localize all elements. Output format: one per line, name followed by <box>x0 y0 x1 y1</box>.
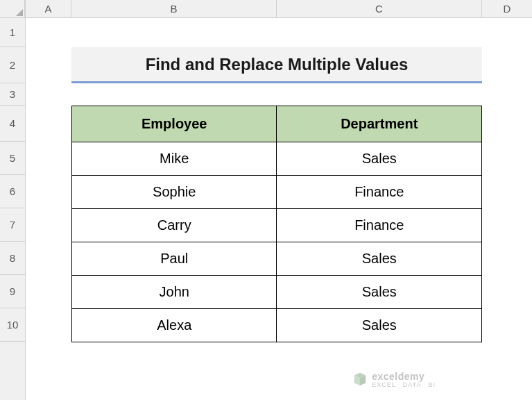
watermark-text: exceldemy EXCEL · DATA · BI <box>372 372 436 389</box>
cell-employee[interactable]: Paul <box>72 242 277 276</box>
column-headers: A B C D <box>26 0 532 18</box>
col-header-D[interactable]: D <box>482 0 532 17</box>
col-header-A[interactable]: A <box>26 0 71 17</box>
row-header-4[interactable]: 4 <box>0 106 25 142</box>
row-header-5[interactable]: 5 <box>0 142 25 175</box>
cell-department[interactable]: Sales <box>277 142 482 176</box>
cell-department[interactable]: Sales <box>277 276 482 309</box>
select-all-corner[interactable] <box>0 0 25 18</box>
table-row: Sophie Finance <box>72 176 482 209</box>
cell-employee[interactable]: Mike <box>72 142 277 176</box>
cell-employee[interactable]: Carry <box>72 209 277 242</box>
sheet-title[interactable]: Find and Replace Multiple Values <box>71 47 482 83</box>
row-header-2[interactable]: 2 <box>0 47 25 83</box>
watermark-sub: EXCEL · DATA · BI <box>372 382 436 389</box>
table-row: Mike Sales <box>72 142 482 176</box>
cell-employee[interactable]: John <box>72 276 277 309</box>
cell-employee[interactable]: Sophie <box>72 176 277 209</box>
grid-area[interactable]: Find and Replace Multiple Values Employe… <box>26 18 532 400</box>
row-header-8[interactable]: 8 <box>0 242 25 275</box>
table-row: John Sales <box>72 276 482 309</box>
data-table: Employee Department Mike Sales Sophie Fi… <box>71 106 482 342</box>
cell-department[interactable]: Finance <box>277 176 482 209</box>
cell-department[interactable]: Sales <box>277 309 482 342</box>
cell-employee[interactable]: Alexa <box>72 309 277 342</box>
main-area: A B C D Find and Replace Multiple Values… <box>26 0 532 400</box>
table-header-row: Employee Department <box>72 106 482 142</box>
watermark-logo-icon <box>352 372 368 389</box>
row-header-7[interactable]: 7 <box>0 208 25 242</box>
row-header-9[interactable]: 9 <box>0 275 25 308</box>
watermark: exceldemy EXCEL · DATA · BI <box>352 372 436 389</box>
header-employee[interactable]: Employee <box>72 106 277 142</box>
watermark-main: exceldemy <box>372 372 436 382</box>
header-department[interactable]: Department <box>277 106 482 142</box>
row-header-10[interactable]: 10 <box>0 308 25 342</box>
row-header-6[interactable]: 6 <box>0 175 25 208</box>
cell-department[interactable]: Sales <box>277 242 482 276</box>
row-headers: 1 2 3 4 5 6 7 8 9 10 <box>0 0 26 400</box>
row-header-1[interactable]: 1 <box>0 18 25 47</box>
table-row: Paul Sales <box>72 242 482 276</box>
spreadsheet: 1 2 3 4 5 6 7 8 9 10 A B C D Find and Re… <box>0 0 532 400</box>
table-row: Alexa Sales <box>72 309 482 342</box>
cell-department[interactable]: Finance <box>277 209 482 242</box>
col-header-C[interactable]: C <box>277 0 482 17</box>
col-header-B[interactable]: B <box>71 0 277 17</box>
row-header-3[interactable]: 3 <box>0 83 25 106</box>
table-row: Carry Finance <box>72 209 482 242</box>
